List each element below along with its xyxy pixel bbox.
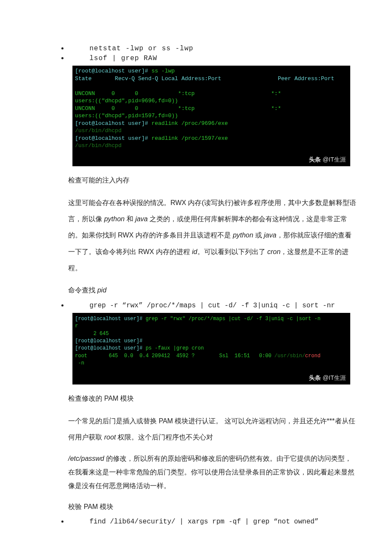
command-list-c: find /lib64/security/ | xargs rpm -qf | …: [34, 517, 358, 526]
term-line: root 645 0.0 0.4 209412 4592 ? Ssl 16:51…: [75, 353, 274, 359]
term-prompt: [root@localhost user]#: [75, 68, 151, 74]
command-list-b: grep -r “rwx” /proc/*/maps | cut -d/ -f …: [34, 301, 358, 309]
term-path: /usr/sbin/: [274, 353, 305, 359]
term-output: /usr/bin/dhcpd: [75, 142, 121, 149]
term-cmd: grep -r "rwx" /proc/*/maps |cut -d/ -f 3…: [146, 316, 320, 322]
command-text: grep -r “rwx” /proc/*/maps | cut -d/ -f …: [89, 302, 335, 309]
term-line: UNCONN 0 0 *:tcp *:*: [75, 90, 281, 97]
paragraph-heading: 检查修改的 PAM 模块: [68, 390, 358, 407]
term-prompt: [root@localhost user]#: [75, 120, 151, 127]
paragraph-heading: 检查可能的注入内存: [68, 172, 358, 188]
paragraph-body: 一个常见的后门是插入或替换 PAM 模块进行认证。 这可以允许远程访问，并且还允…: [68, 413, 358, 446]
command-item: find /lib64/security/ | xargs rpm -qf | …: [68, 517, 358, 526]
paragraph-body: /etc/passwd 的修改，所以所有的原始密码和修改后的密码仍然有效。由于它…: [68, 452, 358, 493]
command-item: lsof | grep RAW: [68, 54, 358, 62]
command-list-a: netstat -lwp or ss -lwp lsof | grep RAW: [34, 44, 358, 62]
term-hit: crond: [305, 353, 320, 359]
term-cmd: ps -faux |grep cron: [146, 345, 204, 351]
paragraph-subheading: 命令查找 pid: [68, 282, 358, 298]
term-line: UNCONN 0 0 *:tcp *:*: [75, 105, 281, 112]
term-cmd: readlink /proc/9696/exe: [151, 120, 228, 127]
watermark: 头条 @IT生涯: [309, 373, 346, 382]
term-line: -n: [75, 360, 84, 366]
term-prompt: [root@localhost user]#: [75, 135, 151, 142]
term-line: r: [75, 323, 78, 329]
document-page: netstat -lwp or ss -lwp lsof | grep RAW …: [0, 0, 392, 554]
term-prompt: [root@localhost user]#: [75, 316, 146, 322]
command-item: grep -r “rwx” /proc/*/maps | cut -d/ -f …: [68, 301, 358, 309]
term-line: users:(("dhcpd",pid=9696,fd=0)): [75, 98, 178, 104]
terminal-screenshot-b: [root@localhost user]# grep -r "rwx" /pr…: [72, 313, 350, 385]
command-text: lsof | grep RAW: [89, 55, 157, 62]
term-cmd: readlink /proc/1597/exe: [151, 135, 228, 142]
term-output: /usr/bin/dhcpd: [75, 127, 121, 134]
watermark: 头条 @IT生涯: [309, 156, 346, 164]
term-cmd: ss -lwp: [151, 68, 175, 74]
term-prompt: [root@localhost user]#: [75, 338, 142, 344]
command-text: find /lib64/security/ | xargs rpm -qf | …: [89, 518, 319, 526]
command-item: netstat -lwp or ss -lwp: [68, 44, 358, 52]
term-line: users:(("dhcpd",pid=1597,fd=0)): [75, 113, 178, 119]
term-header: State Recv-Q Send-Q Local Address:Port P…: [75, 75, 334, 82]
term-prompt: [root@localhost user]#: [75, 345, 146, 351]
term-line: 2 645: [75, 331, 109, 337]
terminal-screenshot-a: [root@localhost user]# ss -lwp State Rec…: [72, 66, 350, 166]
paragraph-subheading: 校验 PAM 模块: [68, 499, 358, 515]
paragraph-body: 这里可能会存在各种误报的情况。RWX 内存(读写执行)被许多程序使用，其中大多数…: [68, 195, 358, 277]
command-text: netstat -lwp or ss -lwp: [89, 45, 193, 52]
